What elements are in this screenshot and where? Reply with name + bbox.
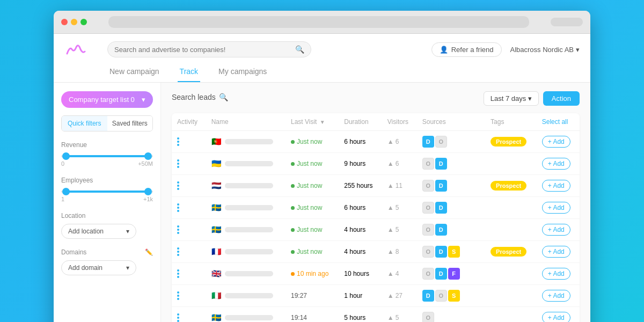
location-filter: Location Add location ▾ [61, 212, 153, 239]
sidebar: Company target list 0 ▾ Quick filters Sa… [54, 83, 161, 322]
search-icon[interactable]: 🔍 [219, 93, 228, 101]
maximize-dot[interactable] [80, 19, 87, 25]
source-badge: D [435, 224, 447, 236]
days-filter-button[interactable]: Last 7 days ▾ [484, 91, 539, 106]
add-button[interactable]: + Add [542, 202, 570, 214]
activity-cell[interactable] [172, 197, 206, 219]
tags-cell: Prospect [485, 175, 537, 197]
last-visit-cell: Just now [286, 219, 339, 241]
company-name-bar [225, 315, 273, 320]
visitors-cell: ▲6 [382, 131, 417, 153]
last-visit-cell: 19:27 [286, 285, 339, 307]
add-cell: + Add [537, 263, 580, 285]
last-visit-cell: Just now [286, 131, 339, 153]
activity-cell[interactable] [172, 219, 206, 241]
source-badge: O [422, 246, 434, 258]
add-button[interactable]: + Add [542, 224, 570, 236]
select-all-label[interactable]: Select all [542, 118, 568, 126]
user-label: Albacross Nordic AB [510, 46, 574, 54]
tab-my-campaigns[interactable]: My campaigns [216, 62, 269, 82]
source-badge: D [435, 180, 447, 192]
main-layout: Company target list 0 ▾ Quick filters Sa… [54, 83, 590, 322]
employees-thumb-right[interactable] [144, 188, 152, 195]
add-location-button[interactable]: Add location ▾ [61, 224, 136, 239]
revenue-thumb-left[interactable] [62, 152, 70, 160]
global-search[interactable]: 🔍 [107, 41, 311, 57]
sources-cell: DO [417, 131, 485, 153]
add-button[interactable]: + Add [542, 180, 570, 192]
company-name-cell[interactable]: 🇵🇹 [206, 131, 286, 153]
activity-cell[interactable] [172, 307, 206, 323]
tab-track[interactable]: Track [178, 62, 200, 82]
tab-new-campaign[interactable]: New campaign [107, 62, 162, 82]
col-last-visit[interactable]: Last Visit ▼ [286, 113, 339, 131]
edit-icon[interactable]: ✏️ [145, 248, 153, 256]
add-button[interactable]: + Add [542, 158, 570, 170]
table-row: 🇸🇪Just now4 hours▲5OD+ Add [172, 219, 580, 241]
source-badge: O [422, 312, 434, 322]
col-select-all[interactable]: Select all [537, 113, 580, 131]
company-name-bar [225, 249, 273, 254]
action-button[interactable]: Action [543, 91, 580, 106]
add-button[interactable]: + Add [542, 246, 570, 258]
employees-slider[interactable] [61, 191, 153, 193]
target-list-label: Company target list 0 [69, 96, 135, 104]
prospect-tag: Prospect [491, 137, 526, 147]
company-name-cell[interactable]: 🇬🇧 [206, 263, 286, 285]
sources-cell: ODF [417, 263, 485, 285]
visit-time: 19:27 [291, 292, 307, 299]
quick-filters-tab[interactable]: Quick filters [62, 116, 107, 131]
target-list-button[interactable]: Company target list 0 ▾ [61, 91, 153, 108]
company-name-cell[interactable]: 🇸🇪 [206, 219, 286, 241]
activity-cell[interactable] [172, 263, 206, 285]
visitor-icon: ▲ [387, 292, 394, 299]
global-search-input[interactable] [114, 46, 291, 54]
company-name-bar [225, 227, 273, 232]
employees-range-labels: 1 +1k [61, 196, 153, 202]
add-cell: + Add [537, 285, 580, 307]
source-badge: O [422, 224, 434, 236]
minimize-dot[interactable] [71, 19, 77, 25]
refer-button[interactable]: 👤 Refer a friend [431, 42, 502, 57]
company-name-cell[interactable]: 🇳🇱 [206, 175, 286, 197]
add-button[interactable]: + Add [542, 290, 570, 302]
activity-cell[interactable] [172, 241, 206, 263]
activity-cell[interactable] [172, 175, 206, 197]
activity-cell[interactable] [172, 153, 206, 175]
person-icon: 👤 [440, 46, 448, 54]
employees-thumb-left[interactable] [62, 188, 70, 195]
tags-cell [485, 285, 537, 307]
close-dot[interactable] [61, 19, 68, 25]
add-cell: + Add [537, 219, 580, 241]
company-name-cell[interactable]: 🇮🇹 [206, 285, 286, 307]
tags-cell [485, 263, 537, 285]
domains-filter: Domains ✏️ Add domain ▾ [61, 248, 153, 275]
company-name-cell[interactable]: 🇸🇪 [206, 197, 286, 219]
user-menu[interactable]: Albacross Nordic AB ▾ [510, 46, 580, 54]
visitor-icon: ▲ [387, 248, 394, 255]
country-flag: 🇫🇷 [211, 247, 222, 257]
source-badge: S [448, 246, 460, 258]
tags-cell: Prospect [485, 131, 537, 153]
company-name-cell[interactable]: 🇸🇪 [206, 307, 286, 323]
add-button[interactable]: + Add [542, 268, 570, 280]
activity-cell[interactable] [172, 131, 206, 153]
visitor-icon: ▲ [387, 270, 394, 277]
company-name-cell[interactable]: 🇺🇦 [206, 153, 286, 175]
add-button[interactable]: + Add [542, 136, 570, 148]
table-row: 🇸🇪19:145 hours▲5O+ Add [172, 307, 580, 323]
col-sources: Sources [417, 113, 485, 131]
company-name-cell[interactable]: 🇫🇷 [206, 241, 286, 263]
revenue-range-labels: 0 +50M [61, 160, 153, 167]
source-badge: D [435, 246, 447, 258]
revenue-thumb-right[interactable] [144, 152, 152, 160]
table-row: 🇫🇷Just now4 hours▲8ODSProspect+ Add [172, 241, 580, 263]
activity-cell[interactable] [172, 285, 206, 307]
visitors-cell: ▲5 [382, 307, 417, 323]
add-button[interactable]: + Add [542, 312, 570, 322]
revenue-slider[interactable] [61, 155, 153, 157]
saved-filters-tab[interactable]: Saved filters [107, 116, 153, 131]
logo[interactable] [64, 41, 97, 57]
add-domain-button[interactable]: Add domain ▾ [61, 260, 136, 275]
col-visitors: Visitors [382, 113, 417, 131]
